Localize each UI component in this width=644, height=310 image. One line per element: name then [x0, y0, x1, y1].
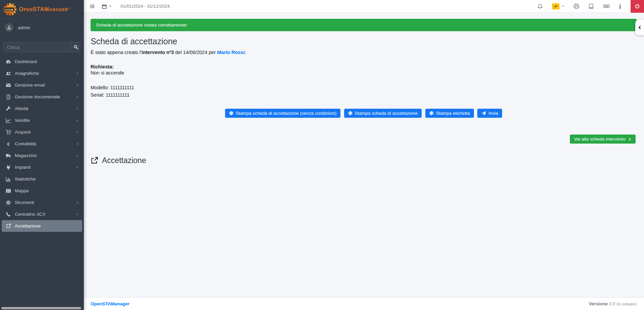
- sidebar-item-gestione-email[interactable]: Gestione email: [0, 79, 84, 91]
- chevron-left-icon: [76, 95, 79, 99]
- chevron-left-icon: [76, 107, 79, 110]
- calendar-filter-button[interactable]: [102, 4, 112, 9]
- sidebar-item-accettazione[interactable]: Accettazione: [2, 220, 82, 232]
- main-content: Scheda di accettazione creata correttame…: [84, 13, 644, 297]
- osm-gear-logo-icon: OSM: [3, 3, 17, 16]
- logout-button[interactable]: [631, 0, 644, 13]
- bell-icon: [537, 3, 543, 9]
- sidebar-item-dashboard[interactable]: Dashboard: [0, 56, 84, 67]
- svg-text:€: €: [7, 141, 9, 146]
- sidebar-item-label: Contabilità: [15, 141, 36, 146]
- spacer: [91, 77, 637, 84]
- shortcuts-button[interactable]: [603, 3, 610, 9]
- calendar-icon: [102, 4, 107, 9]
- external-link-icon: [91, 157, 98, 164]
- book-icon: [588, 3, 594, 9]
- serial-line: Serial: 1111111111: [91, 92, 637, 99]
- intro-per: per: [207, 50, 217, 55]
- sidebar-nav: Dashboard Anagrafiche Gestione email Ges…: [0, 56, 84, 232]
- request-value: Non si accende: [91, 69, 637, 77]
- print-without-conditions-button[interactable]: Stampa scheda di accettazione (senza con…: [225, 109, 340, 118]
- chevron-left-icon: [638, 25, 642, 30]
- session-status-dropdown[interactable]: [552, 3, 565, 9]
- footer-version: Versione 3.0 (In sviluppo): [589, 301, 637, 306]
- sidebar-toggle-button[interactable]: [90, 4, 95, 9]
- sidebar-item-label: Gestione documentale: [15, 94, 60, 99]
- sidebar-item-label: Mappa: [15, 188, 29, 193]
- notifications-button[interactable]: [537, 3, 543, 9]
- footer: OpenSTAManager Versione 3.0 (In sviluppo…: [84, 297, 644, 310]
- sidebar-item-vendite[interactable]: Vendite: [0, 114, 84, 126]
- sidebar-item-magazzino[interactable]: Magazzino: [0, 150, 84, 161]
- chevron-right-icon: [628, 137, 632, 141]
- request-label: Richiesta:: [91, 64, 637, 69]
- search-button[interactable]: [71, 42, 80, 52]
- sidebar-item-label: Statistiche: [15, 176, 36, 182]
- avatar: [5, 23, 13, 32]
- acceptance-section-header: Accettazione: [91, 156, 637, 165]
- sidebar-item-label: Vendite: [15, 118, 30, 123]
- sidebar-item-mappa[interactable]: Mappa: [0, 185, 84, 197]
- sidebar: OSM OpenSTAManager® admin: [0, 0, 84, 310]
- sidebar-item-label: Anagrafiche: [15, 71, 39, 76]
- chevron-left-icon: [76, 131, 79, 134]
- print-acceptance-button[interactable]: Stampa scheda di accettazione: [344, 109, 422, 118]
- manual-button[interactable]: [588, 3, 594, 9]
- session-ok-badge: [552, 3, 559, 9]
- info-icon: [619, 3, 622, 9]
- sidebar-item-attivita[interactable]: Attività: [0, 103, 84, 114]
- users-icon: [5, 71, 12, 76]
- chevron-left-icon: [76, 119, 79, 122]
- sidebar-item-impianti[interactable]: Impianti: [0, 161, 84, 173]
- intro-suffix: :: [245, 50, 246, 55]
- printer-icon: [429, 111, 434, 115]
- intervention-date: 14/06/2024: [183, 50, 208, 55]
- top-navbar: 01/01/2024 - 31/12/2024: [84, 0, 644, 13]
- print-actions-row: Stampa scheda di accettazione (senza con…: [91, 109, 637, 118]
- sidebar-item-gestione-documentale[interactable]: Gestione documentale: [0, 91, 84, 103]
- sidebar-item-label: Gestione email: [15, 83, 45, 88]
- registered-mark: ®: [68, 7, 70, 10]
- shopping-cart-icon: [5, 130, 12, 135]
- search-input[interactable]: [4, 42, 71, 52]
- euro-sign-icon: €: [5, 141, 12, 147]
- footer-app-link[interactable]: OpenSTAManager: [91, 301, 129, 306]
- chevron-left-icon: [76, 201, 79, 204]
- sidebar-item-anagrafiche[interactable]: Anagrafiche: [0, 67, 84, 79]
- map-icon: [5, 188, 12, 194]
- printer-icon: [348, 111, 353, 115]
- tachometer-icon: [5, 59, 12, 64]
- info-button[interactable]: [619, 3, 622, 9]
- intro-prefix: È stato appena creato l': [91, 50, 142, 55]
- send-button[interactable]: Invia: [477, 109, 502, 118]
- sidebar-item-label: Dashboard: [15, 59, 37, 64]
- sidebar-item-label: Magazzino: [15, 153, 37, 158]
- gear-icon: [5, 200, 12, 205]
- sidebar-horizontal-scrollbar[interactable]: [1, 307, 81, 309]
- power-icon: [635, 4, 640, 9]
- chevron-left-icon: [76, 213, 79, 216]
- user-panel[interactable]: admin: [0, 19, 84, 37]
- sidebar-item-strumenti[interactable]: Strumenti: [0, 197, 84, 208]
- brand[interactable]: OSM OpenSTAManager®: [0, 0, 84, 19]
- customer-link[interactable]: Mario Rossi: [217, 50, 245, 55]
- printer-icon: [229, 111, 233, 115]
- sidebar-item-contabilita[interactable]: € Contabilità: [0, 138, 84, 150]
- sidebar-item-statistiche[interactable]: Statistiche: [0, 173, 84, 185]
- print-label-button[interactable]: Stampa etichetta: [425, 109, 474, 118]
- plug-icon: [5, 165, 12, 170]
- brand-name: OpenSTAManager®: [19, 6, 70, 12]
- truck-icon: [5, 153, 12, 158]
- search-icon: [73, 45, 78, 50]
- svg-text:OSM: OSM: [5, 7, 14, 11]
- caret-down-icon: [109, 5, 112, 8]
- panel-collapse-tab[interactable]: [635, 20, 644, 35]
- paper-plane-icon: [481, 111, 486, 116]
- print-button[interactable]: [574, 3, 579, 9]
- sidebar-item-label: Attività: [15, 106, 29, 111]
- sidebar-item-centralino-3cx[interactable]: Centralino 3CX: [0, 208, 84, 220]
- goto-intervention-button[interactable]: Vai alla scheda intervento: [570, 135, 636, 144]
- wrench-icon: [5, 106, 12, 111]
- sidebar-item-acquisti[interactable]: Acquisti: [0, 126, 84, 138]
- chart-bar-icon: [5, 176, 12, 182]
